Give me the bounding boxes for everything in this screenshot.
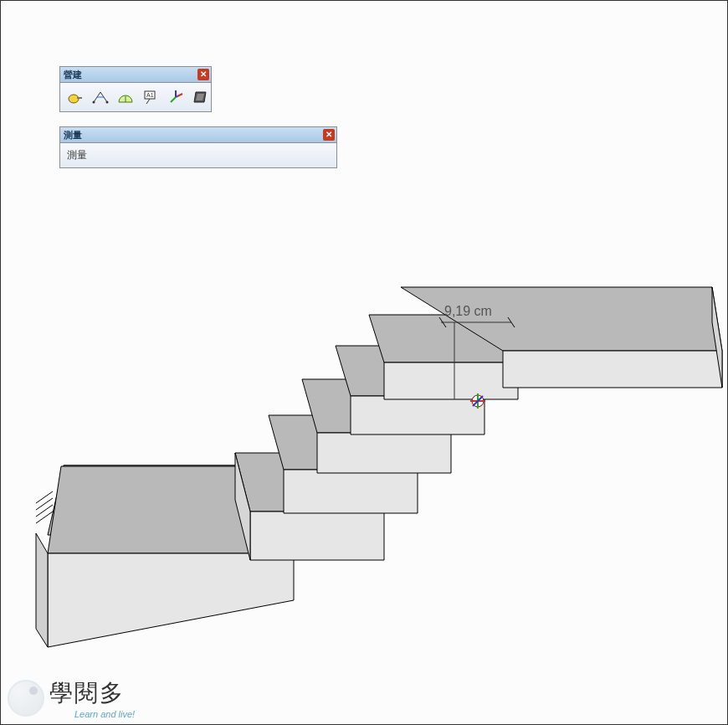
svg-rect-26 bbox=[77, 97, 82, 99]
section-plane-icon[interactable] bbox=[192, 88, 209, 106]
svg-line-32 bbox=[146, 99, 150, 104]
svg-marker-7 bbox=[250, 512, 384, 560]
construction-toolbar-title[interactable]: 營建 ✕ bbox=[60, 67, 211, 83]
watermark-logo-icon bbox=[8, 680, 44, 717]
measurement-panel-title[interactable]: 測量 ✕ bbox=[60, 127, 336, 143]
panel-title-text: 營建 bbox=[64, 69, 82, 81]
svg-marker-10 bbox=[284, 470, 418, 513]
watermark-title: 學閱多 bbox=[49, 677, 135, 709]
dimension-label: 9,19 cm bbox=[444, 304, 492, 319]
panel-title-text: 測量 bbox=[64, 129, 82, 141]
close-icon[interactable]: ✕ bbox=[197, 69, 209, 80]
construction-toolbar-body: A1 bbox=[60, 83, 211, 111]
svg-point-28 bbox=[106, 101, 109, 104]
svg-point-27 bbox=[93, 101, 95, 104]
measurement-panel-body: 測量 bbox=[60, 143, 336, 167]
svg-marker-18 bbox=[503, 351, 722, 388]
svg-marker-5 bbox=[36, 533, 48, 647]
text-label-icon[interactable]: A1 bbox=[142, 88, 159, 106]
measurement-panel[interactable]: 測量 ✕ 測量 bbox=[59, 126, 337, 168]
close-icon[interactable]: ✕ bbox=[323, 129, 335, 141]
watermark: 學閱多 Learn and live! bbox=[8, 677, 135, 719]
svg-marker-14 bbox=[351, 396, 484, 434]
svg-marker-12 bbox=[317, 433, 451, 473]
svg-marker-4 bbox=[48, 553, 294, 647]
tape-measure-icon[interactable] bbox=[67, 88, 84, 106]
measurement-label: 測量 bbox=[67, 148, 87, 162]
construction-toolbar[interactable]: 營建 ✕ A1 bbox=[59, 66, 212, 112]
svg-line-35 bbox=[171, 97, 176, 102]
svg-text:A1: A1 bbox=[146, 92, 154, 98]
svg-marker-16 bbox=[384, 362, 518, 399]
dimension-icon[interactable] bbox=[92, 88, 109, 106]
app-frame: 9,19 cm 營建 ✕ A1 bbox=[0, 0, 728, 725]
svg-line-33 bbox=[176, 94, 182, 97]
protractor-icon[interactable] bbox=[117, 88, 134, 106]
watermark-subtitle: Learn and live! bbox=[74, 709, 135, 719]
axes-icon[interactable] bbox=[167, 88, 184, 106]
